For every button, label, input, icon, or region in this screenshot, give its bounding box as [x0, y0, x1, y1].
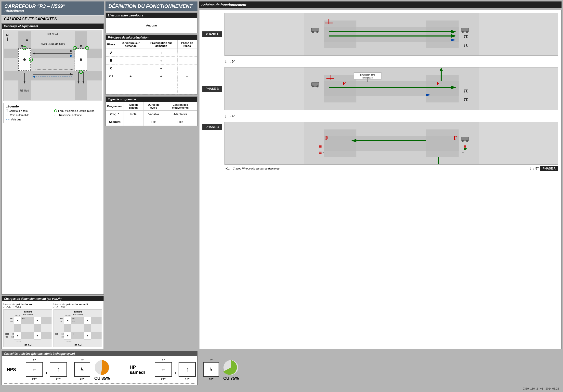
svg-rect-141 — [356, 136, 426, 151]
svg-text:690: 690 — [60, 318, 63, 320]
footer-ref: 0360_130 -2 - v1 - 2014.05.26 — [523, 387, 559, 390]
principes-title: Principes de microrégulation — [106, 35, 197, 40]
svg-text:10: 10 — [18, 314, 20, 316]
svg-point-106 — [462, 31, 464, 33]
svg-text:Évacuation dans: Évacuation dans — [360, 74, 375, 76]
heure-soir-subtitle: (16h30 - 17h30) — [3, 306, 52, 308]
heure-soir-title: Heure de pointe du soir — [3, 303, 52, 306]
plus-1: + — [45, 370, 48, 376]
principes-table: Phase Ouverture sur demande Prolongation… — [106, 40, 197, 94]
phase-b-diagram: F F π π — [224, 67, 558, 110]
charges-box: Charges de dimensionnement (en véh./h) H… — [1, 296, 104, 349]
delay-5: ↓ ↓ 5" PHASE A — [529, 166, 558, 171]
heure-soir: Heure de pointe du soir (16h30 - 17h30) — [3, 303, 52, 347]
svg-point-43 — [37, 335, 38, 336]
phase-c-right: F ≡ ≡ F ≡ — [224, 122, 558, 171]
hpsat-phase-2-col: 6" ↑ 18" — [179, 359, 196, 381]
phase-c-row: PHASE C — [202, 122, 558, 171]
svg-rect-113 — [324, 81, 356, 96]
svg-text:π: π — [464, 42, 468, 48]
legende-grid: · Carrefour à feux Feux tricolores à len… — [6, 109, 100, 121]
svg-text:R3 Sud: R3 Sud — [25, 344, 31, 346]
svg-text:Rue de Gilly: Rue de Gilly — [73, 314, 83, 315]
legende-item-1: · Carrefour à feux — [6, 109, 51, 112]
svg-text:815: 815 — [55, 333, 58, 335]
svg-text:360: 360 — [62, 333, 65, 335]
hps-phase-1-box: ← — [26, 362, 43, 377]
svg-text:1000: 1000 — [5, 333, 9, 335]
hpsat-phase-2-box: ↑ — [179, 362, 196, 377]
svg-text:28: 28 — [19, 341, 21, 343]
charges-title: Charges de dimensionnement (en véh./h) — [2, 296, 104, 301]
svg-point-107 — [466, 31, 468, 33]
delay-6: ↓ ↓ 6" — [202, 113, 558, 119]
svg-text:685: 685 — [10, 318, 13, 320]
svg-point-104 — [316, 31, 318, 33]
svg-text:12: 12 — [16, 341, 18, 343]
capacites-divider — [4, 383, 195, 384]
svg-point-156 — [462, 140, 464, 142]
page-title: CARREFOUR "R3 – N569" — [4, 3, 101, 9]
svg-text:270: 270 — [72, 318, 75, 320]
svg-rect-115 — [426, 81, 458, 96]
svg-text:R3 Sud: R3 Sud — [75, 344, 81, 346]
svg-text:≡: ≡ — [319, 144, 322, 149]
type-programme-box: Type de programme Programme Type de liai… — [105, 96, 197, 126]
definition-title: DÉFINITION DU FONCTIONNEMENT — [108, 3, 195, 9]
svg-text:385: 385 — [65, 314, 68, 316]
schema-header: Schéma de fonctionnement — [199, 1, 562, 8]
heure-samedi-subtitle: (15h - 16h) — [53, 306, 102, 308]
calibrage-equip-title: Calibrage et équipement — [2, 24, 104, 29]
liaisons-content: Aucune — [106, 18, 197, 33]
svg-point-40 — [17, 320, 18, 321]
svg-text:R3 Sud: R3 Sud — [20, 89, 29, 92]
legende-item-5: --→ Voie bus — [6, 118, 51, 121]
svg-text:F: F — [325, 135, 328, 141]
svg-text:π: π — [464, 96, 468, 102]
bottom-right-spacer — [199, 351, 562, 385]
svg-text:R3 Nord: R3 Nord — [24, 311, 32, 313]
svg-point-68 — [87, 320, 88, 321]
calibrage-section-title: CALIBRAGE ET CAPACITÉS — [1, 15, 104, 23]
center-panel: DÉFINITION DU FONCTIONNEMENT Liaisons en… — [105, 1, 197, 349]
capacites-content: HPS 6" ← 24" + 6" ↑ 25" — [2, 356, 197, 383]
cu-hps: CU 85% — [94, 376, 110, 381]
hps-phase-3-col: 5" ↳ 26" — [74, 359, 90, 381]
footer: 0360_130 -2 - v1 - 2014.05.26 — [1, 387, 562, 391]
col-ouverture: Ouverture sur demande — [116, 40, 145, 49]
hps-pie-col: CU 85% — [94, 360, 110, 381]
phase-c-diagram: F ≡ ≡ F ≡ — [224, 122, 558, 165]
legende-item-2: Feux tricolores à lentille pleine — [54, 109, 100, 112]
hps-phase-1-col: 6" ← 24" — [26, 359, 43, 381]
phase-a-row: PHASE A — [202, 13, 558, 56]
svg-text:F: F — [454, 135, 457, 141]
prog-col-liaison: Type de liaison — [123, 102, 144, 111]
table-row: Secours - Fixe Fixe — [106, 118, 197, 126]
svg-text:495: 495 — [12, 333, 14, 335]
hps-label: HPS — [7, 367, 16, 372]
col-phase: Phase — [106, 40, 116, 49]
svg-point-69 — [67, 335, 68, 336]
heure-samedi-title: Heure de pointe du samedi — [53, 303, 102, 306]
bottom-row: Capacités utilisées (piétons admis à cha… — [1, 351, 562, 385]
svg-point-157 — [466, 140, 468, 142]
hps-phase-2-box: ↑ — [50, 362, 67, 377]
prog-col-duree: Durée de cycle — [144, 102, 164, 111]
svg-text:F: F — [343, 80, 346, 87]
liaisons-title: Liaisons entre carrefours — [106, 13, 197, 18]
calibrage-box: Calibrage et équipement — [1, 23, 104, 295]
soir-svg: R3 Nord R3 Sud Rue de Gilly 315 10 685 1… — [4, 310, 52, 347]
svg-point-7 — [23, 58, 26, 61]
phase-b-row: PHASE B — [202, 67, 558, 110]
plus-2: + — [174, 370, 177, 376]
c1-note-row: * C1 = C avec PP ouverts en cas de deman… — [224, 166, 558, 171]
hps-phase3-pie: 5" ↳ 26" CU 85% — [74, 359, 110, 381]
svg-text:≡: ≡ — [319, 150, 322, 155]
svg-text:Rue de Gilly: Rue de Gilly — [23, 314, 33, 315]
phase-b-svg: F F π π — [225, 67, 558, 110]
svg-text:400: 400 — [5, 336, 8, 338]
right-panel: Schéma de fonctionnement PHASE A — [199, 1, 562, 349]
svg-point-41 — [37, 320, 38, 321]
left-panel: CARREFOUR "R3 – N569" Châtelineau CALIBR… — [1, 1, 104, 349]
svg-marker-145 — [437, 164, 440, 164]
